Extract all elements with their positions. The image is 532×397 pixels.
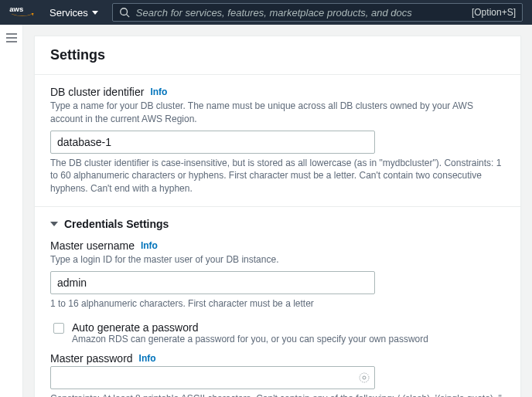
master-password-field: Master password Info Constraints: At lea… <box>50 352 505 397</box>
master-password-input[interactable] <box>50 366 375 389</box>
info-link[interactable]: Info <box>141 240 158 251</box>
auto-generate-password-desc: Amazon RDS can generate a password for y… <box>72 334 428 344</box>
panel-title: Settings <box>50 47 505 63</box>
top-nav: aws Services [Option+S] <box>0 0 532 25</box>
main-content: Settings DB cluster identifier Info Type… <box>23 25 532 397</box>
svg-point-1 <box>121 8 128 15</box>
eye-icon[interactable] <box>358 372 370 384</box>
services-menu[interactable]: Services <box>49 7 98 19</box>
auto-generate-password-row: Auto generate a password Amazon RDS can … <box>50 318 505 352</box>
master-username-helper: 1 to 16 alphanumeric characters. First c… <box>50 297 505 310</box>
svg-text:aws: aws <box>9 5 23 13</box>
search-input[interactable] <box>136 7 466 19</box>
settings-panel: Settings DB cluster identifier Info Type… <box>34 36 521 397</box>
db-cluster-identifier-field: DB cluster identifier Info Type a name f… <box>50 86 505 195</box>
divider <box>35 206 520 207</box>
chevron-down-icon <box>50 222 58 226</box>
credentials-section-toggle[interactable]: Credentials Settings <box>50 218 505 230</box>
services-label: Services <box>49 7 88 19</box>
db-cluster-identifier-helper: The DB cluster identifier is case-insens… <box>50 157 505 195</box>
db-cluster-identifier-desc: Type a name for your DB cluster. The nam… <box>50 100 505 126</box>
search-icon <box>119 7 130 18</box>
global-search[interactable]: [Option+S] <box>112 3 523 22</box>
master-username-field: Master username Info Type a login ID for… <box>50 239 505 310</box>
sidebar-toggle-col <box>0 25 23 397</box>
hamburger-icon[interactable] <box>5 32 18 397</box>
auto-generate-password-checkbox[interactable] <box>53 323 64 334</box>
master-username-label: Master username <box>50 239 135 252</box>
master-username-input[interactable] <box>50 271 375 294</box>
db-cluster-identifier-input[interactable] <box>50 131 375 154</box>
master-username-desc: Type a login ID for the master user of y… <box>50 253 505 266</box>
auto-generate-password-label: Auto generate a password <box>72 321 428 334</box>
svg-line-2 <box>126 15 129 18</box>
svg-point-7 <box>363 376 366 379</box>
search-shortcut: [Option+S] <box>472 7 516 18</box>
panel-header: Settings <box>35 36 520 75</box>
credentials-section-title: Credentials Settings <box>64 218 169 230</box>
info-link[interactable]: Info <box>150 87 167 97</box>
info-link[interactable]: Info <box>139 353 156 364</box>
caret-down-icon <box>92 11 98 15</box>
db-cluster-identifier-label: DB cluster identifier <box>50 86 144 98</box>
master-password-helper: Constraints: At least 8 printable ASCII … <box>50 392 505 397</box>
svg-point-6 <box>360 373 369 382</box>
aws-logo[interactable]: aws <box>9 5 36 20</box>
master-password-label: Master password <box>50 352 133 365</box>
